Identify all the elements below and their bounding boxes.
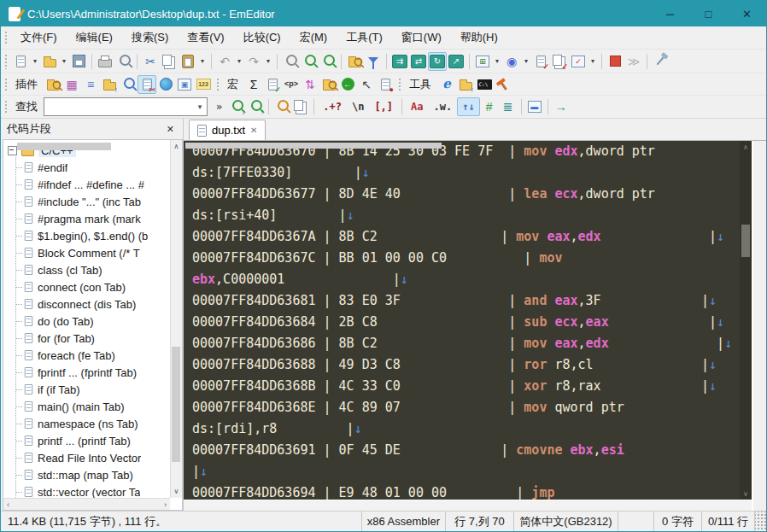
wrap-by-character-icon[interactable]: ⇄ xyxy=(409,52,428,71)
snippet-item[interactable]: connect (con Tab) xyxy=(3,278,182,295)
snippet-item[interactable]: std::map (map Tab) xyxy=(3,466,182,483)
status-selected-chars[interactable]: 0 字符 xyxy=(653,512,701,531)
undo-dropdown[interactable]: ▾ xyxy=(234,52,244,71)
editor-scroll-up-icon[interactable]: ∧ xyxy=(743,143,748,151)
macro-find-icon[interactable] xyxy=(319,75,338,94)
find-previous-icon[interactable]: ↑ xyxy=(246,97,265,116)
macro-syntax-check-icon[interactable]: ✓ xyxy=(263,75,282,94)
regex-toggle[interactable]: .+? xyxy=(318,97,347,116)
find-input-field[interactable] xyxy=(44,100,193,114)
find-dialog-icon[interactable] xyxy=(272,97,291,116)
menu-edit[interactable]: 编辑(E) xyxy=(67,26,122,49)
tool-open-folder-icon[interactable]: ↑ xyxy=(456,75,475,94)
pin-icon[interactable] xyxy=(651,52,670,71)
tab-close-icon[interactable]: ✕ xyxy=(250,126,257,135)
wrap-by-window-icon[interactable]: ↻ xyxy=(428,52,447,71)
wrap-by-page-icon[interactable]: ↗ xyxy=(447,52,465,71)
snippet-item[interactable]: #ifndef ... #define ... # xyxy=(3,176,182,193)
macros-toolbar-grip[interactable] xyxy=(215,77,220,92)
macro-stop-document-icon[interactable]: ● xyxy=(376,75,395,94)
plugin-number-window-icon[interactable]: 123 xyxy=(194,75,213,94)
snippet-item[interactable]: main() (main Tab) xyxy=(3,398,182,415)
close-button[interactable]: ✕ xyxy=(728,1,766,26)
editor-scroll-down-icon[interactable]: ∨ xyxy=(743,490,748,498)
find-in-files-icon[interactable] xyxy=(319,52,337,71)
snippet-item[interactable]: if (if Tab) xyxy=(3,381,182,398)
combo-dropdown-icon[interactable]: ▾ xyxy=(193,102,207,111)
scroll-left-icon[interactable]: ‹ xyxy=(7,500,9,509)
scroll-right-icon[interactable]: › xyxy=(164,500,167,509)
incremental-search-toggle[interactable]: ↑↓ xyxy=(457,97,479,116)
print-icon[interactable] xyxy=(96,52,114,71)
replace-in-files-icon[interactable] xyxy=(345,52,364,71)
redo-icon[interactable]: ↷ xyxy=(244,52,263,71)
snippet-item[interactable]: #endif xyxy=(3,159,182,176)
editor-vertical-scroll-thumb[interactable] xyxy=(741,225,750,257)
whole-word-toggle[interactable]: .w. xyxy=(429,97,458,116)
new-file-icon[interactable] xyxy=(11,52,30,71)
snippet-item[interactable]: printf ... (printf Tab) xyxy=(3,432,182,449)
find-icon[interactable] xyxy=(281,52,300,71)
menu-view[interactable]: 查看(V) xyxy=(178,26,233,49)
filter-bar-icon[interactable]: ≣ xyxy=(499,97,518,116)
macro-list-icon[interactable]: ✓ xyxy=(569,52,588,71)
macro-sort-icon[interactable]: ⇅ xyxy=(301,75,319,94)
status-selected-lines[interactable]: 0/111 行 xyxy=(701,512,754,531)
status-spare[interactable] xyxy=(618,512,653,531)
save-icon[interactable] xyxy=(69,52,88,71)
snippet-item[interactable]: #pragma mark (mark xyxy=(3,210,182,227)
tool-command-prompt-icon[interactable]: C:\ xyxy=(475,75,494,94)
menu-help[interactable]: 帮助(H) xyxy=(451,26,507,49)
new-file-dropdown[interactable]: ▾ xyxy=(30,52,40,71)
display-mode-icon[interactable]: ▬ xyxy=(525,97,544,116)
snippet-item[interactable]: Read File Into Vector xyxy=(3,449,182,466)
paste-icon[interactable] xyxy=(179,52,197,71)
main-toolbar-grip[interactable] xyxy=(3,53,8,69)
filter-icon[interactable] xyxy=(364,52,383,71)
find-combobox[interactable]: ▾ xyxy=(44,97,208,116)
editor-horizontal-scrollbar[interactable] xyxy=(184,500,752,511)
number-range-toggle[interactable]: [,] xyxy=(369,97,398,116)
scroll-down-icon[interactable]: ∨ xyxy=(174,488,179,495)
snippets-panel-close-icon[interactable]: ✕ xyxy=(164,124,177,135)
print-preview-icon[interactable] xyxy=(114,52,133,71)
snippet-item[interactable]: fprintf ... (fprintf Tab) xyxy=(3,364,182,381)
escape-sequence-toggle[interactable]: \n xyxy=(347,97,369,116)
maximize-button[interactable]: □ xyxy=(689,1,728,26)
plugin-search-icon[interactable] xyxy=(119,75,138,94)
redo-dropdown[interactable]: ▾ xyxy=(263,52,273,71)
snippet-item[interactable]: $1.begin(), $1.end() (b xyxy=(3,227,182,244)
editor-horizontal-scroll-thumb[interactable] xyxy=(185,143,442,149)
snippet-item[interactable]: Block Comment (/* T xyxy=(3,244,182,261)
status-cursor-position[interactable]: 行 7,列 70 xyxy=(445,512,513,531)
plugin-open-documents-icon[interactable]: ↑ xyxy=(100,75,119,94)
outline-dropdown[interactable]: ▾ xyxy=(492,52,502,71)
toolbar-overflow-chevron[interactable]: » xyxy=(211,97,227,116)
plugins-toolbar-grip[interactable] xyxy=(3,77,8,92)
undo-icon[interactable]: ↶ xyxy=(215,52,234,71)
cut-icon[interactable]: ✂ xyxy=(141,52,160,71)
menu-window[interactable]: 窗口(W) xyxy=(392,26,451,49)
macro-cursor-ruler-icon[interactable]: ↖ xyxy=(357,75,376,94)
plugin-word-count-icon[interactable]: ▣ xyxy=(175,75,194,94)
plugin-outline-icon[interactable]: ≡ xyxy=(81,75,100,94)
no-wrap-icon[interactable]: ⇉ xyxy=(390,52,409,71)
match-case-toggle[interactable]: Aa xyxy=(406,97,428,116)
tools-toolbar-grip[interactable] xyxy=(397,77,401,92)
snippet-item[interactable]: class (cl Tab) xyxy=(3,261,182,278)
macro-dropdown[interactable]: ▾ xyxy=(588,52,598,71)
tool-customize-icon[interactable] xyxy=(494,75,512,94)
scroll-up-icon[interactable]: ∧ xyxy=(174,143,179,150)
snippet-item[interactable]: foreach (fe Tab) xyxy=(3,347,182,364)
go-icon[interactable]: → xyxy=(552,97,571,116)
bookmark-dropdown[interactable]: ▾ xyxy=(521,52,531,71)
run-steps-icon[interactable]: ≫ xyxy=(624,52,643,71)
extract-all-icon[interactable] xyxy=(291,97,310,116)
text-editor-area[interactable]: 00007FF84DD63670 | 8B 14 25 30 03 FE 7F … xyxy=(184,141,752,511)
snippet-item[interactable]: #include "..." (inc Tab xyxy=(3,193,182,210)
plugin-html-bar-icon[interactable]: ▦ xyxy=(62,75,81,94)
macro-go-back-icon[interactable]: ← xyxy=(338,75,357,94)
open-file-dropdown[interactable]: ▾ xyxy=(59,52,69,71)
copy-icon[interactable] xyxy=(160,52,179,71)
sidebar-horizontal-scrollbar[interactable]: ‹ › xyxy=(3,498,170,510)
